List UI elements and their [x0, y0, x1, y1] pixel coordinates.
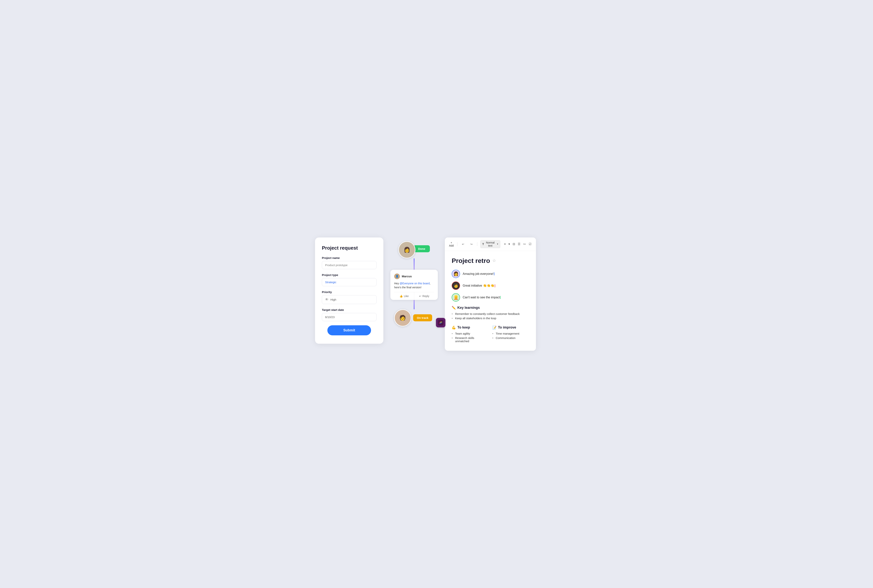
reply-icon: ↩ — [419, 295, 421, 298]
eye-icon: 👁 — [325, 298, 329, 302]
columns-button[interactable]: ⊟ — [512, 242, 516, 247]
target-date-input[interactable] — [322, 313, 377, 321]
submit-button[interactable]: Submit — [328, 325, 371, 335]
retro-avatar-1: 👩 — [452, 270, 460, 278]
reply-button[interactable]: ↩ Reply — [414, 292, 434, 300]
on-track-badge: On track — [413, 314, 432, 321]
bottom-avatar-image: 🧑 — [395, 310, 411, 326]
commenter-name: Marcus — [402, 274, 412, 278]
add-button[interactable]: + Add — [449, 241, 454, 247]
undo-icon: ↩ — [462, 243, 464, 246]
bottom-row: 🧑 On track — [394, 309, 434, 326]
main-container: Project request Project name Project typ… — [315, 237, 558, 351]
key-learnings-title: Key learnings — [457, 306, 480, 310]
form-title: Project request — [322, 245, 377, 251]
priority-value: High — [331, 298, 336, 301]
priority-label: Priority — [322, 290, 377, 294]
priority-group: Priority 👁 High — [322, 290, 377, 304]
redo-icon: ↪ — [470, 243, 473, 246]
key-learning-1: Remember to constantly collect customer … — [452, 312, 529, 315]
text-icon: T — [482, 243, 484, 246]
retro-comment-3: 👱 Can't wait to see the impact — [452, 293, 529, 302]
add-label: + Add — [449, 241, 454, 247]
text-format-button[interactable]: T Normal text ▾ — [480, 240, 500, 248]
to-keep-2: Research skills unmatched — [452, 336, 488, 343]
connector-top — [414, 258, 415, 270]
check-button[interactable]: ☑ — [528, 242, 532, 247]
cursor-2 — [495, 284, 495, 287]
like-button[interactable]: 👍 Like — [394, 292, 414, 300]
comment-mention: @Everyone on this board — [400, 282, 430, 285]
comment-card: 👤 Marcus Hey @Everyone on this board, he… — [391, 270, 438, 300]
to-improve-2: Communication — [492, 336, 529, 339]
align-button[interactable]: ≡ — [503, 242, 506, 247]
retro-comment-1: 👩 Amazing job everyone! — [452, 270, 529, 278]
project-name-input[interactable] — [322, 261, 377, 269]
key-learnings-heading: ✏️ Key learnings — [452, 306, 529, 310]
done-row: 👩 Done — [398, 241, 430, 258]
project-name-group: Project name — [322, 256, 377, 269]
project-type-input[interactable] — [322, 278, 377, 286]
align-chevron[interactable]: ▾ — [508, 242, 511, 247]
slack-icon — [436, 318, 445, 327]
retro-avatar-3: 👱 — [452, 293, 460, 302]
commenter-avatar: 👤 — [394, 273, 400, 279]
retro-panel: + Add ↩ ↪ T Normal text ▾ ≡ ▾ ⊟ ☰ ≔ ☑ — [445, 237, 536, 351]
retro-title: Project retro — [452, 257, 490, 264]
to-keep-1: Team agility — [452, 332, 488, 335]
retro-comment-text-1: Amazing job everyone! — [463, 272, 529, 276]
star-icon[interactable]: ☆ — [492, 258, 496, 263]
cursor-3 — [500, 296, 500, 299]
list-button[interactable]: ☰ — [517, 242, 521, 247]
key-learning-2: Keep all stakeholders in the loop — [452, 316, 529, 320]
comment-header: 👤 Marcus — [394, 273, 434, 279]
project-request-card: Project request Project name Project typ… — [315, 237, 383, 344]
to-improve-1: Time management — [492, 332, 529, 335]
project-name-label: Project name — [322, 256, 377, 260]
priority-input[interactable]: 👁 High — [322, 295, 377, 304]
retro-body: Project retro ☆ 👩 Amazing job everyone! … — [445, 251, 536, 351]
retro-comment-2: 🧑 Great initiative 👏👏👏 — [452, 282, 529, 290]
redo-button[interactable]: ↪ — [469, 242, 474, 246]
done-badge: Done — [413, 245, 430, 252]
to-keep-heading: 💪 To keep — [452, 326, 488, 330]
target-date-label: Target start date — [322, 308, 377, 312]
commenter-avatar-icon: 👤 — [395, 275, 398, 278]
cursor-1 — [494, 272, 494, 275]
workflow-section: 👩 Done 👤 Marcus Hey @Everyone on this bo… — [389, 237, 439, 326]
retro-title-row: Project retro ☆ — [452, 257, 529, 264]
comment-text1: Hey — [394, 282, 400, 285]
two-col: 💪 To keep Team agility Research skills u… — [452, 321, 529, 344]
comment-actions: 👍 Like ↩ Reply — [394, 292, 434, 300]
bottom-avatar: 🧑 — [394, 309, 411, 326]
top-avatar-image: 👩 — [399, 242, 415, 258]
connector-bottom — [414, 300, 415, 309]
top-avatar: 👩 — [398, 241, 415, 258]
to-keep-col: 💪 To keep Team agility Research skills u… — [452, 321, 488, 344]
target-date-group: Target start date — [322, 308, 377, 321]
retro-comment-text-3: Can't wait to see the impact — [463, 296, 529, 299]
like-icon: 👍 — [400, 295, 403, 298]
to-improve-emoji: 📝 — [492, 326, 496, 330]
chevron-icon: ▾ — [497, 243, 498, 245]
project-type-group: Project type — [322, 273, 377, 286]
toolbar-icons: ≡ ▾ ⊟ ☰ ≔ ☑ — [503, 242, 532, 247]
to-keep-title: To keep — [457, 326, 470, 330]
list2-button[interactable]: ≔ — [522, 242, 527, 247]
to-improve-col: 📝 To improve Time management Communicati… — [492, 321, 529, 344]
retro-comment-text-2: Great initiative 👏👏👏 — [463, 284, 529, 287]
like-label: Like — [404, 295, 409, 298]
text-format-label: Normal text — [485, 241, 495, 247]
project-type-label: Project type — [322, 273, 377, 276]
key-learnings-emoji: ✏️ — [452, 306, 456, 310]
retro-toolbar: + Add ↩ ↪ T Normal text ▾ ≡ ▾ ⊟ ☰ ≔ ☑ — [445, 237, 536, 251]
to-improve-heading: 📝 To improve — [492, 326, 529, 330]
to-keep-emoji: 💪 — [452, 326, 456, 330]
reply-label: Reply — [422, 295, 429, 298]
comment-text: Hey @Everyone on this board, here's the … — [394, 282, 434, 290]
to-improve-title: To improve — [498, 326, 516, 330]
retro-avatar-2: 🧑 — [452, 282, 460, 290]
undo-button[interactable]: ↩ — [460, 242, 466, 246]
